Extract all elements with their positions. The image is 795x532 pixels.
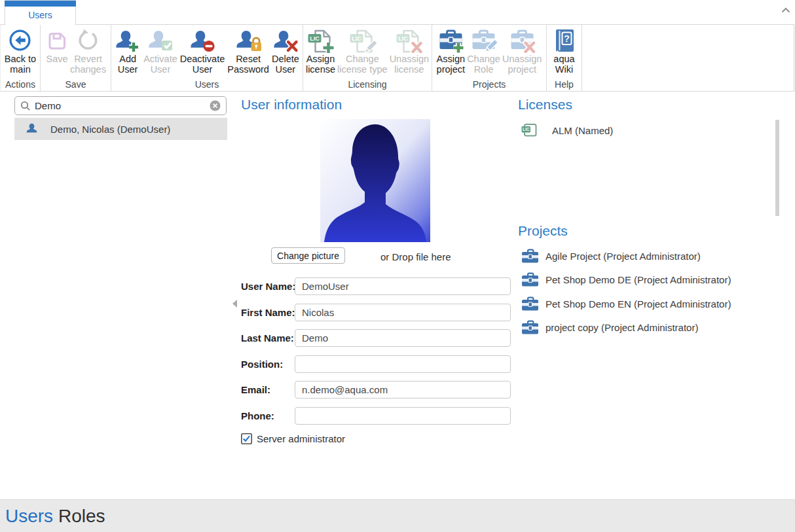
project-item-label: Agile Project (Project Administrator) <box>545 251 701 262</box>
username-field[interactable] <box>295 277 511 295</box>
search-input[interactable] <box>31 100 210 111</box>
unassign-license-button: LIC Unassign license <box>389 27 430 75</box>
change-license-type-label: Change license type <box>337 54 388 75</box>
change-picture-button[interactable]: Change picture <box>271 247 345 264</box>
assign-project-button[interactable]: Assign project <box>436 27 466 75</box>
firstname-label: First Name: <box>241 304 295 321</box>
project-item[interactable]: project copy (Project Administrator) <box>521 319 698 336</box>
add-user-icon <box>115 28 141 53</box>
footer-tab-roles[interactable]: Roles <box>58 500 105 532</box>
content-area: Demo, Nicolas (DemoUser) User informatio… <box>0 92 795 499</box>
reset-password-label: Reset Password <box>227 54 269 75</box>
delete-user-button[interactable]: Delete User <box>271 27 300 75</box>
ribbon-collapse-button[interactable] <box>780 5 792 14</box>
back-icon <box>8 28 32 52</box>
license-item[interactable]: LIC ALM (Named) <box>521 122 613 139</box>
project-icon <box>521 295 540 312</box>
user-list-item-label: Demo, Nicolas (DemoUser) <box>50 124 170 135</box>
unassign-license-label: Unassign license <box>390 54 429 75</box>
search-icon <box>20 101 31 111</box>
svg-text:LIC: LIC <box>352 35 361 41</box>
assign-license-label: Assign license <box>306 54 335 75</box>
svg-text:LIC: LIC <box>523 127 530 132</box>
project-icon <box>521 319 540 336</box>
assign-project-label: Assign project <box>437 54 466 75</box>
reset-password-icon <box>235 28 261 53</box>
firstname-field[interactable] <box>295 304 511 321</box>
drop-file-hint: or Drop file here <box>380 251 451 262</box>
ribbon-group-actions: Back to main Actions <box>1 25 41 91</box>
footer-tab-users[interactable]: Users <box>5 500 53 532</box>
position-label: Position: <box>241 355 283 373</box>
svg-text:LIC: LIC <box>310 35 320 41</box>
app-window: Users Back to main Actions Save <box>0 0 795 532</box>
assign-project-icon <box>437 28 464 53</box>
group-label-help: Help <box>547 79 582 90</box>
user-search-box <box>14 96 227 115</box>
deactivate-user-icon <box>189 28 215 53</box>
assign-license-button[interactable]: LIC Assign license <box>305 27 336 75</box>
project-item-label: Pet Shop Demo DE (Project Administrator) <box>545 274 731 285</box>
user-list-item[interactable]: Demo, Nicolas (DemoUser) <box>14 118 227 140</box>
footer-bar: Users Roles <box>0 499 795 532</box>
activate-user-button: Activate User <box>143 27 178 75</box>
back-to-main-button[interactable]: Back to main <box>4 27 37 75</box>
revert-changes-button: Revert changes <box>69 27 107 75</box>
tab-accent-bar <box>5 1 76 7</box>
position-field[interactable] <box>295 355 511 373</box>
email-field[interactable] <box>295 381 511 399</box>
lastname-field[interactable] <box>295 329 511 347</box>
group-label-projects: Projects <box>432 79 546 90</box>
aqua-wiki-label: aqua Wiki <box>553 54 574 75</box>
chevron-up-icon <box>780 5 792 14</box>
deactivate-user-button[interactable]: Deactivate User <box>179 27 226 75</box>
avatar-image[interactable] <box>320 119 430 242</box>
ribbon-group-users: Add User Activate User Deactivate User R… <box>111 25 303 91</box>
svg-text:?: ? <box>564 33 570 44</box>
back-to-main-label: Back to main <box>5 54 36 75</box>
save-icon <box>45 29 69 52</box>
delete-user-icon <box>272 28 299 53</box>
ribbon: Back to main Actions Save Revert changes… <box>0 24 794 92</box>
wiki-book-icon: ? <box>551 27 578 54</box>
project-icon <box>521 271 540 288</box>
project-item[interactable]: Pet Shop Demo EN (Project Administrator) <box>521 295 731 312</box>
form-row-username: User Name: <box>241 277 511 295</box>
reset-password-button[interactable]: Reset Password <box>227 27 270 75</box>
ribbon-group-help: ? aqua Wiki Help <box>547 25 582 91</box>
tab-users[interactable]: Users <box>5 0 76 25</box>
clear-search-icon[interactable] <box>210 100 221 111</box>
change-role-label: Change Role <box>467 54 500 75</box>
unassign-project-icon <box>509 28 536 53</box>
phone-field[interactable] <box>295 407 511 425</box>
activate-user-label: Activate User <box>143 54 177 75</box>
svg-text:LIC: LIC <box>399 35 409 41</box>
server-admin-label: Server administrator <box>257 433 345 444</box>
user-icon <box>25 122 39 136</box>
server-admin-checkbox[interactable] <box>241 433 252 444</box>
panel-collapse-handle[interactable] <box>232 300 237 308</box>
license-icon: LIC <box>521 122 538 138</box>
group-label-save: Save <box>41 79 111 90</box>
change-license-type-button: LIC Change license type <box>337 27 388 75</box>
projects-title: Projects <box>518 223 568 239</box>
form-row-firstname: First Name: <box>241 304 511 321</box>
license-item-label: ALM (Named) <box>552 125 613 136</box>
project-item-label: Pet Shop Demo EN (Project Administrator) <box>545 298 731 310</box>
save-button: Save <box>45 27 69 64</box>
add-user-button[interactable]: Add User <box>114 27 141 75</box>
unassign-project-button: Unassign project <box>502 27 542 75</box>
project-icon <box>521 247 540 264</box>
group-label-users: Users <box>111 79 303 90</box>
form-row-email: Email: <box>241 381 511 399</box>
group-label-licensing: Licensing <box>303 79 432 90</box>
project-item[interactable]: Agile Project (Project Administrator) <box>521 247 701 264</box>
ribbon-group-save: Save Revert changes Save <box>41 25 111 91</box>
unassign-project-label: Unassign project <box>502 54 542 75</box>
project-item[interactable]: Pet Shop Demo DE (Project Administrator) <box>521 271 731 288</box>
deactivate-user-label: Deactivate User <box>180 54 225 75</box>
change-role-button: Change Role <box>466 27 501 75</box>
scrollbar-thumb[interactable] <box>775 120 779 216</box>
revert-changes-label: Revert changes <box>70 54 106 75</box>
aqua-wiki-button[interactable]: ? aqua Wiki <box>551 27 578 75</box>
